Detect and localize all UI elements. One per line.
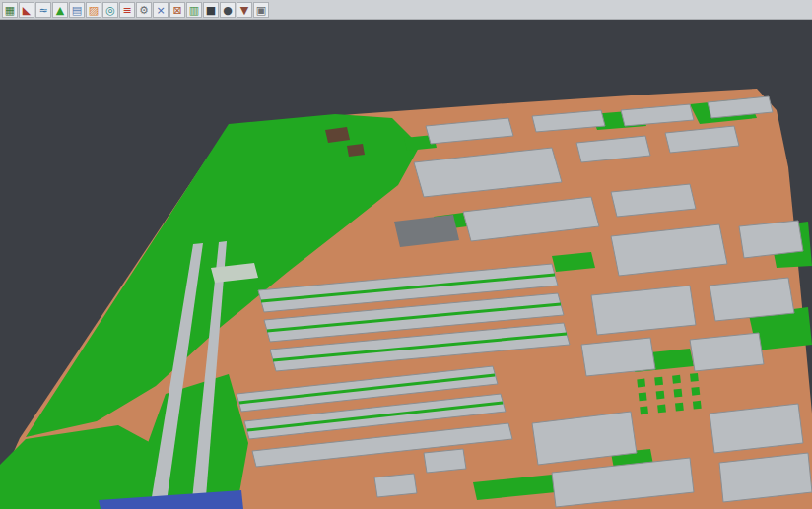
scene-render [0,20,812,509]
dark-cube-icon[interactable]: ■ [203,2,219,18]
app-window: ▦◣≈▲▤▨◎≡⚙×⊠▥■●▼▣ [0,0,812,509]
area-select-icon[interactable]: ◣ [19,2,34,18]
water-surface-icon[interactable]: ≈ [35,2,51,18]
texture-icon[interactable]: ▨ [86,2,102,18]
toolbar: ▦◣≈▲▤▨◎≡⚙×⊠▥■●▼▣ [0,0,812,20]
classification-icon[interactable]: ≡ [119,2,135,18]
vegetation-class-icon[interactable]: ▲ [52,2,68,18]
toolbar-icons: ▦◣≈▲▤▨◎≡⚙×⊠▥■●▼▣ [2,2,270,18]
terrain-layers-icon[interactable]: ▦ [2,2,18,18]
fit-view-icon[interactable]: ⊠ [169,2,185,18]
close-tool-icon[interactable]: × [153,2,169,18]
3d-viewport[interactable] [0,20,812,509]
settings-gear-icon[interactable]: ⚙ [136,2,152,18]
globe-icon[interactable]: ● [220,2,236,18]
export-icon[interactable]: ▼ [237,2,252,18]
snapshot-icon[interactable]: ▣ [253,2,269,18]
target-icon[interactable]: ◎ [102,2,118,18]
measure-icon[interactable]: ▥ [186,2,202,18]
grid-icon[interactable]: ▤ [69,2,85,18]
